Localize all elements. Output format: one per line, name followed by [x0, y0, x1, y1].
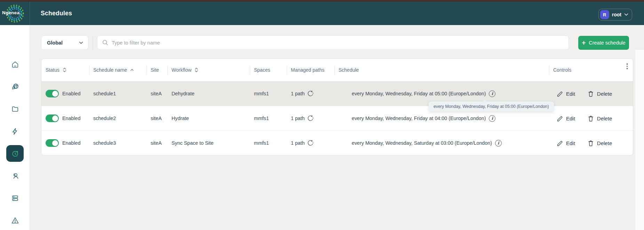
sort-both-icon: [194, 67, 198, 73]
scope-select-value: Global: [47, 40, 63, 46]
toggle-knob: [52, 91, 58, 97]
sidebar-item-alerts[interactable]: [6, 212, 24, 229]
column-header-schedule-name[interactable]: Schedule name: [89, 59, 146, 81]
create-schedule-label: Create schedule: [589, 40, 626, 46]
warning-icon: [11, 216, 19, 225]
lightning-icon: [11, 127, 19, 136]
chevron-down-icon: [624, 13, 628, 16]
pencil-icon: [556, 90, 563, 97]
schedule-cell: every Monday, Wednesday, Saturday at 03:…: [334, 131, 549, 155]
toggle-knob: [52, 116, 58, 121]
column-header-spaces: Spaces: [250, 59, 287, 81]
controls-cell: Edit Delete: [549, 106, 633, 130]
enabled-toggle[interactable]: [46, 90, 59, 97]
delete-button[interactable]: Delete: [588, 90, 612, 97]
enabled-toggle[interactable]: [46, 114, 59, 122]
status-cell: Enabled: [41, 131, 89, 155]
sidebar-item-schedules[interactable]: [6, 145, 24, 162]
sort-both-icon: [63, 67, 66, 73]
delete-button[interactable]: Delete: [588, 140, 612, 146]
edit-button[interactable]: Edit: [556, 90, 575, 97]
schedule-name-cell: schedule1: [89, 81, 146, 106]
site-cell: siteA: [146, 106, 167, 130]
workflow-cell: Dehydrate: [167, 81, 250, 106]
site-cell: siteA: [146, 131, 167, 155]
user-name: root: [612, 12, 621, 17]
sidebar-item-files[interactable]: [6, 101, 24, 117]
sort-asc-icon: [130, 69, 134, 71]
table-header-row: Status Schedule name Site Workflow Space…: [41, 59, 633, 81]
table-row: Enabled schedule3 siteA Sync Space to Si…: [41, 130, 633, 155]
column-header-schedule: Schedule: [334, 59, 549, 81]
sidebar-nav: [0, 25, 30, 230]
status-cell: Enabled: [41, 81, 89, 106]
column-header-controls: Controls: [549, 59, 633, 81]
plus-icon: +: [582, 39, 586, 46]
avatar: R: [600, 10, 609, 19]
sidebar-item-users[interactable]: [6, 167, 24, 184]
spaces-cell: mmfs1: [250, 81, 287, 106]
delete-button[interactable]: Delete: [588, 115, 612, 122]
column-header-workflow[interactable]: Workflow: [167, 59, 250, 81]
page-title: Schedules: [41, 10, 72, 17]
sidebar-item-activity[interactable]: [6, 123, 24, 140]
status-cell: Enabled: [41, 106, 89, 130]
info-icon[interactable]: i: [495, 140, 502, 146]
pencil-icon: [556, 115, 563, 122]
managed-paths-cell: 1 path: [287, 81, 334, 106]
trash-icon: [588, 115, 594, 122]
column-header-managed-paths: Managed paths: [287, 59, 334, 81]
pending-clock-icon[interactable]: [307, 114, 314, 122]
schedule-name-cell: schedule3: [89, 131, 146, 155]
logo-text: Ngenea.: [2, 10, 21, 15]
folder-icon: [11, 105, 19, 113]
column-header-site: Site: [146, 59, 167, 81]
sidebar-item-servers[interactable]: [6, 190, 24, 206]
workflow-cell: Sync Space to Site: [167, 131, 250, 155]
sidebar-item-discover[interactable]: [6, 78, 24, 95]
spaces-cell: mmfs1: [250, 131, 287, 155]
controls-cell: Edit Delete: [549, 131, 633, 155]
app-header: Ngenea. Schedules R root: [0, 2, 644, 25]
site-cell: siteA: [146, 81, 167, 106]
workflow-cell: Hydrate: [167, 106, 250, 130]
status-label: Enabled: [62, 116, 80, 121]
managed-paths-cell: 1 path: [287, 106, 334, 130]
create-schedule-button[interactable]: + Create schedule: [578, 36, 629, 50]
managed-paths-cell: 1 path: [287, 131, 334, 155]
home-icon: [11, 60, 19, 69]
search-box: [97, 35, 569, 50]
pencil-icon: [556, 140, 563, 146]
chevron-down-icon: [79, 41, 83, 44]
trash-icon: [588, 90, 594, 97]
user-menu[interactable]: R root: [598, 9, 632, 21]
scope-select[interactable]: Global: [41, 35, 88, 50]
spaces-cell: mmfs1: [250, 106, 287, 130]
info-icon[interactable]: i: [489, 90, 495, 97]
pending-clock-icon[interactable]: [307, 90, 314, 97]
edit-button[interactable]: Edit: [556, 115, 575, 122]
trash-icon: [588, 140, 594, 146]
search-input[interactable]: [112, 40, 564, 46]
schedule-clock-icon: [11, 149, 19, 158]
schedule-tooltip: every Monday, Wednesday, Friday at 05:00…: [429, 102, 554, 111]
scrollbar-gutter[interactable]: [635, 50, 644, 230]
toggle-knob: [52, 140, 58, 146]
edit-button[interactable]: Edit: [556, 140, 575, 146]
pending-clock-icon[interactable]: [307, 139, 314, 147]
servers-icon: [11, 194, 19, 203]
controls-cell: Edit Delete: [549, 81, 633, 106]
column-header-status[interactable]: Status: [41, 59, 89, 81]
sidebar-item-home[interactable]: [6, 56, 24, 73]
schedule-name-cell: schedule2: [89, 106, 146, 130]
search-icon: [102, 40, 108, 46]
app-logo[interactable]: Ngenea.: [0, 2, 30, 25]
enabled-toggle[interactable]: [46, 139, 59, 147]
users-icon: [11, 172, 19, 180]
status-label: Enabled: [62, 140, 80, 146]
status-label: Enabled: [62, 91, 80, 96]
info-icon[interactable]: i: [489, 115, 495, 122]
globe-search-icon: [11, 82, 19, 91]
filter-divider: [93, 36, 93, 49]
